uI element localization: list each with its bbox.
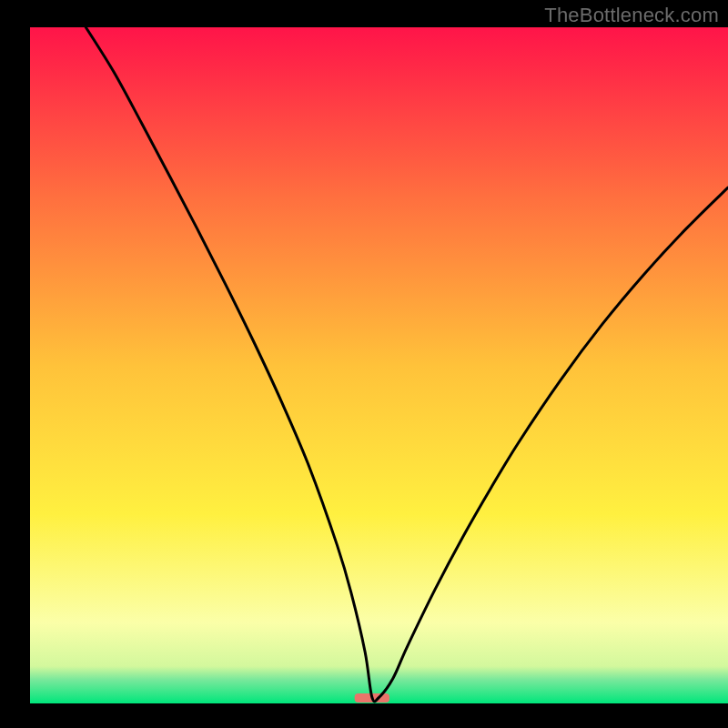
bottleneck-chart [0,0,728,728]
plot-background [30,27,728,703]
watermark-text: TheBottleneck.com [544,4,719,27]
chart-frame: { "watermark": "TheBottleneck.com", "cha… [0,0,728,728]
